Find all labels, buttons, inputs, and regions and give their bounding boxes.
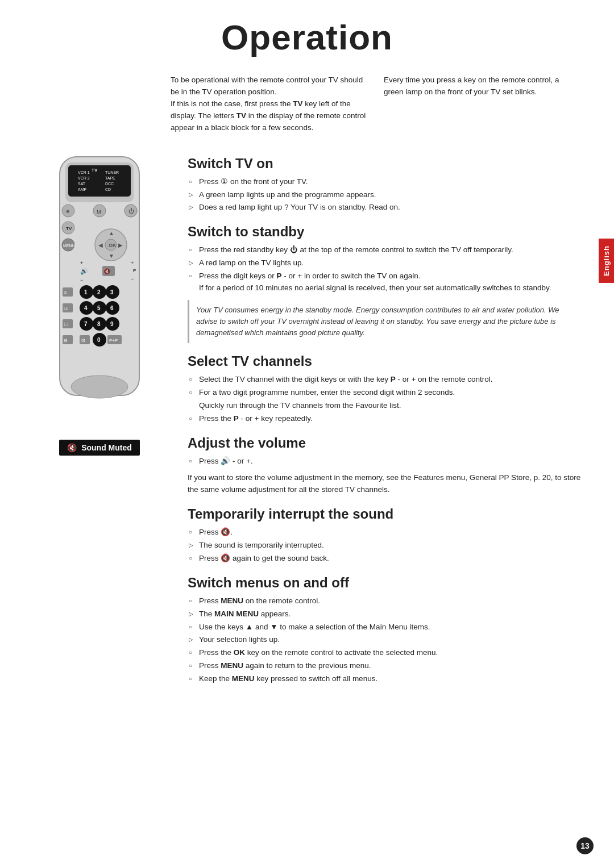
svg-text:2: 2 <box>97 289 101 295</box>
sound-muted-badge: 🔇 Sound Muted <box>59 440 140 456</box>
bullet-item: Press the OK key on the remote control t… <box>188 647 586 659</box>
svg-text:□: □ <box>64 322 68 327</box>
bullet-item: Keep the MENU key pressed to switch off … <box>188 673 586 685</box>
section-switch-standby: Switch to standby Press the red standby … <box>188 224 586 343</box>
page-number: 13 <box>576 837 594 854</box>
section-switch-menus: Switch menus on and off Press MENU on th… <box>188 575 586 685</box>
svg-text:6: 6 <box>110 305 114 311</box>
remote-container: VCR 1 VCR 2 SAT AMP TUNER TAPE DCC CD TV… <box>34 151 165 460</box>
intro-col2: Every time you press a key on the remote… <box>384 74 580 134</box>
svg-text:TAPE: TAPE <box>105 176 115 180</box>
bullet-item: Press 🔇 again to get the sound back. <box>188 553 586 565</box>
bullet-item: Press MENU on the remote control. <box>188 595 586 607</box>
svg-text:⊟: ⊟ <box>64 338 68 343</box>
svg-text:5: 5 <box>97 305 101 311</box>
svg-text:4: 4 <box>84 305 88 311</box>
svg-text:M: M <box>97 209 101 215</box>
svg-text:⏻: ⏻ <box>128 208 134 214</box>
sound-muted-label: Sound Muted <box>81 443 132 452</box>
svg-text:3: 3 <box>110 289 114 295</box>
heading-switch-menus: Switch menus on and off <box>188 575 586 591</box>
svg-text:TV: TV <box>66 226 72 231</box>
svg-text:▶: ▶ <box>118 242 123 248</box>
bullet-item: Press ① on the front of your TV. <box>188 176 586 188</box>
svg-text:+: + <box>80 260 83 266</box>
bullet-item: A green lamp lights up and the programme… <box>188 189 586 201</box>
svg-text:▼: ▼ <box>109 253 114 259</box>
sound-muted-area: 🔇 Sound Muted <box>59 435 140 460</box>
remote-area: VCR 1 VCR 2 SAT AMP TUNER TAPE DCC CD TV… <box>34 151 165 690</box>
heading-select-channels: Select TV channels <box>188 353 586 369</box>
section-adjust-volume: Adjust the volume Press 🔊 - or +. If you… <box>188 435 586 496</box>
main-layout: VCR 1 VCR 2 SAT AMP TUNER TAPE DCC CD TV… <box>0 145 614 690</box>
svg-text:SAT: SAT <box>78 182 86 186</box>
bullet-item: Use the keys ▲ and ▼ to make a selection… <box>188 621 586 633</box>
volume-extra-note: If you want to store the volume adjustme… <box>188 472 586 496</box>
standby-note: Your TV consumes energy in the standby m… <box>188 300 586 343</box>
bullet-item: The MAIN MENU appears. <box>188 608 586 620</box>
svg-text:MENU: MENU <box>63 244 75 248</box>
bullets-switch-menus: Press MENU on the remote control. The MA… <box>188 595 586 685</box>
bullet-item: For a two digit programme number, enter … <box>188 387 586 399</box>
svg-text:⊡: ⊡ <box>81 338 85 343</box>
remote-control-image: VCR 1 VCR 2 SAT AMP TUNER TAPE DCC CD TV… <box>43 151 156 424</box>
section-switch-tv-on: Switch TV on Press ① on the front of you… <box>188 156 586 214</box>
bullet-item: Select the TV channel with the digit key… <box>188 374 586 386</box>
svg-text:TV: TV <box>92 168 98 173</box>
intro-section: To be operational with the remote contro… <box>0 69 614 145</box>
heading-interrupt-sound: Temporarily interrupt the sound <box>188 506 586 522</box>
svg-text:1: 1 <box>84 289 88 295</box>
svg-text:P: P <box>133 268 136 273</box>
bullet-item: Press 🔊 - or +. <box>188 456 586 468</box>
section-select-channels: Select TV channels Select the TV channel… <box>188 353 586 425</box>
bullet-item: Press the P - or + key repeatedly. <box>188 413 586 425</box>
svg-text:VCR 2: VCR 2 <box>78 176 90 180</box>
svg-text:AMP: AMP <box>78 187 87 191</box>
heading-switch-standby: Switch to standby <box>188 224 586 240</box>
bullets-interrupt-sound: Press 🔇. The sound is temporarily interr… <box>188 527 586 565</box>
svg-text:▲: ▲ <box>109 230 114 236</box>
svg-text:🔊: 🔊 <box>80 267 88 275</box>
bullets-select-channels: Select the TV channel with the digit key… <box>188 374 586 425</box>
bullets-adjust-volume: Press 🔊 - or +. <box>188 456 586 468</box>
svg-text:TUNER: TUNER <box>105 170 119 174</box>
bullets-switch-tv-on: Press ① on the front of your TV. A green… <box>188 176 586 214</box>
language-tab: English <box>599 239 614 283</box>
svg-text:≡: ≡ <box>64 290 67 295</box>
svg-text:0: 0 <box>97 337 101 343</box>
bullet-item: Press MENU again to return to the previo… <box>188 660 586 672</box>
svg-text:7: 7 <box>84 321 88 327</box>
svg-text:−: − <box>80 277 83 283</box>
heading-adjust-volume: Adjust the volume <box>188 435 586 451</box>
bullet-item: Quickly run through the TV channels from… <box>188 400 586 412</box>
bullet-item: The sound is temporarily interrupted. <box>188 540 586 552</box>
svg-text:⊕: ⊕ <box>66 209 70 214</box>
svg-text:I-II: I-II <box>64 307 68 311</box>
bullet-item: Does a red lamp light up ? Your TV is on… <box>188 202 586 214</box>
svg-text:OK: OK <box>109 243 117 248</box>
svg-text:−: − <box>131 276 134 282</box>
bullet-item: Press the digit keys or P - or + in orde… <box>188 270 586 294</box>
page-title: Operation <box>0 0 614 69</box>
heading-switch-tv-on: Switch TV on <box>188 156 586 172</box>
svg-text:8: 8 <box>97 321 101 327</box>
bullet-item: Your selection lights up. <box>188 634 586 646</box>
bullet-item: A red lamp on the TV lights up. <box>188 257 586 269</box>
section-interrupt-sound: Temporarily interrupt the sound Press 🔇.… <box>188 506 586 565</box>
svg-text:+: + <box>131 260 134 266</box>
bullet-item: Press the red standby key ⏻ at the top o… <box>188 244 586 256</box>
svg-text:VCR 1: VCR 1 <box>78 170 90 174</box>
svg-point-70 <box>71 375 128 398</box>
svg-text:CD: CD <box>105 187 111 191</box>
svg-text:🔇: 🔇 <box>103 268 111 275</box>
svg-text:9: 9 <box>110 321 114 327</box>
svg-text:P+P: P+P <box>109 338 118 343</box>
bullet-item: Press 🔇. <box>188 527 586 539</box>
intro-col1: To be operational with the remote contro… <box>171 74 367 134</box>
bullets-switch-standby: Press the red standby key ⏻ at the top o… <box>188 244 586 294</box>
svg-text:DCC: DCC <box>105 182 114 186</box>
mute-icon: 🔇 <box>67 443 77 452</box>
svg-text:◀: ◀ <box>98 242 103 248</box>
content-area: Switch TV on Press ① on the front of you… <box>165 145 614 690</box>
